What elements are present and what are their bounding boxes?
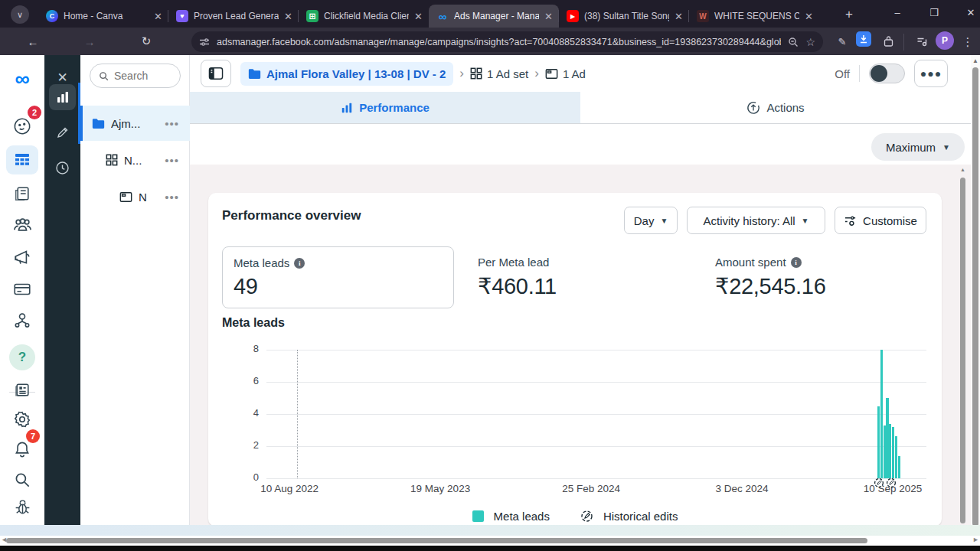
horizontal-scrollbar[interactable]: ◄ ► <box>0 536 980 546</box>
item-menu-icon[interactable]: ••• <box>165 117 179 130</box>
notifications-bell-icon[interactable]: 7 <box>6 435 38 464</box>
back-button[interactable]: ← <box>21 31 44 52</box>
browser-tab[interactable]: WWHITE SEQUENS CUTDAN✕ <box>689 5 819 28</box>
breadcrumb-campaign[interactable]: Ajmal Flora Valley | 13-08 | DV - 2 <box>240 62 453 86</box>
sheets-icon: ⊞ <box>306 10 318 22</box>
tab-title: Proven Lead Generation S <box>194 11 279 21</box>
panel-search[interactable] <box>90 64 181 88</box>
page-scrollbar[interactable]: ▲ <box>971 55 980 536</box>
close-window-button[interactable]: ✕ <box>954 0 980 24</box>
day-dropdown[interactable]: Day ▼ <box>624 207 678 234</box>
tab-close-icon[interactable]: ✕ <box>544 11 553 22</box>
meta-leads-bar[interactable] <box>895 436 897 478</box>
tab-search-chevron-icon[interactable]: ∨ <box>11 5 29 24</box>
collapse-sidebar-button[interactable] <box>201 60 231 87</box>
meta-leads-bar[interactable] <box>898 456 900 478</box>
breadcrumb-adset[interactable]: 1 Ad set <box>470 67 528 80</box>
search-input[interactable] <box>114 70 168 82</box>
extensions-icon[interactable] <box>879 31 897 52</box>
activity-history-dropdown[interactable]: Activity history: All ▼ <box>687 207 825 234</box>
metric-meta-leads[interactable]: Meta leads i 49 <box>222 246 454 308</box>
scrollbar-thumb[interactable] <box>6 538 867 543</box>
info-icon[interactable]: i <box>791 257 802 268</box>
campaigns-nav-icon[interactable] <box>6 145 38 174</box>
tools-rail: ✕ <box>44 55 80 525</box>
business-settings-icon[interactable] <box>6 306 38 335</box>
meta-leads-bar[interactable] <box>877 406 880 479</box>
more-options-button[interactable]: ●●● <box>914 60 948 87</box>
campaign-tree-item[interactable]: N...••• <box>80 142 190 178</box>
tab-close-icon[interactable]: ✕ <box>805 11 813 22</box>
breadcrumb-ad[interactable]: 1 Ad <box>545 67 586 80</box>
download-icon[interactable] <box>856 31 871 47</box>
grammar-extension-icon[interactable]: ✎ <box>833 31 851 52</box>
forward-button[interactable]: → <box>78 31 101 52</box>
tab-performance[interactable]: Performance <box>190 92 580 123</box>
browser-tab[interactable]: ∞Ads Manager - Manage ad✕ <box>429 5 559 28</box>
browser-tab[interactable]: ♥Proven Lead Generation S✕ <box>168 5 299 28</box>
info-icon[interactable]: i <box>294 258 305 269</box>
profile-avatar[interactable]: P <box>936 31 954 50</box>
scroll-up-arrow[interactable]: ▲ <box>959 167 966 172</box>
new-tab-button[interactable]: + <box>841 6 858 23</box>
meta-logo[interactable]: ∞ <box>6 64 38 93</box>
campaign-toggle[interactable] <box>869 64 905 83</box>
historical-edit-marker[interactable] <box>874 478 884 488</box>
audiences-icon[interactable] <box>6 210 38 239</box>
tabs-holder: CHome - Canva✕♥Proven Lead Generation S✕… <box>38 5 819 28</box>
scrollbar-thumb[interactable] <box>972 67 978 527</box>
browser-tab[interactable]: ▶(38) Sultan Title Song | Sal✕ <box>559 5 689 28</box>
tab-actions-label: Actions <box>766 101 804 114</box>
search-nav-icon[interactable] <box>6 465 38 494</box>
site-settings-icon[interactable] <box>199 37 210 47</box>
metric-per-meta-lead[interactable]: Per Meta lead ₹460.11 <box>467 246 567 308</box>
tab-close-icon[interactable]: ✕ <box>675 11 683 22</box>
tab-close-icon[interactable]: ✕ <box>154 11 162 22</box>
charts-tool-icon[interactable] <box>49 84 76 110</box>
meta-leads-bar[interactable] <box>892 427 894 478</box>
edit-pencil-icon[interactable] <box>49 119 76 145</box>
gridline <box>266 350 926 350</box>
url-text[interactable]: adsmanager.facebook.com/adsmanager/manag… <box>217 37 781 47</box>
address-bar[interactable]: adsmanager.facebook.com/adsmanager/manag… <box>191 31 823 52</box>
breadcrumb: Ajmal Flora Valley | 13-08 | DV - 2 › 1 … <box>240 55 586 92</box>
pages-icon[interactable] <box>6 179 38 208</box>
ad-account-icon[interactable]: 2 <box>6 112 38 141</box>
maximum-dropdown[interactable]: Maximum ▼ <box>871 133 965 161</box>
zoom-page-icon[interactable] <box>788 37 799 47</box>
tab-close-icon[interactable]: ✕ <box>284 11 292 22</box>
historical-edit-marker[interactable] <box>886 478 897 488</box>
scroll-up-arrow[interactable]: ▲ <box>971 57 980 64</box>
scroll-right-arrow[interactable]: ► <box>972 536 979 543</box>
meta-leads-bar[interactable] <box>880 350 883 478</box>
tab-actions[interactable]: Actions <box>580 92 971 123</box>
help-button[interactable]: ? <box>6 343 38 372</box>
report-bug-icon[interactable] <box>6 493 38 522</box>
scrollbar-thumb[interactable] <box>960 178 965 523</box>
item-menu-icon[interactable]: ••• <box>165 154 179 167</box>
content-scrollbar[interactable]: ▲ <box>959 167 966 525</box>
metric-amount-spent[interactable]: Amount spent i ₹22,545.16 <box>704 246 836 308</box>
history-clock-icon[interactable] <box>49 155 76 181</box>
campaign-tree-item[interactable]: N••• <box>80 179 190 214</box>
minimize-button[interactable]: – <box>880 0 914 24</box>
reload-button[interactable]: ↻ <box>135 31 158 52</box>
billing-icon[interactable] <box>6 275 38 304</box>
meta-leads-bar[interactable] <box>886 398 888 478</box>
browser-tab[interactable]: ⊞Clickfield Media Clients - G✕ <box>299 5 429 28</box>
ads-reporting-icon[interactable] <box>6 243 38 272</box>
customise-button[interactable]: Customise <box>835 207 926 234</box>
browser-tab[interactable]: CHome - Canva✕ <box>38 5 168 28</box>
item-menu-icon[interactable]: ••• <box>165 191 179 204</box>
campaign-tree-item[interactable]: Ajm...••• <box>80 106 190 141</box>
tab-close-icon[interactable]: ✕ <box>414 11 423 22</box>
whats-new-icon[interactable] <box>6 375 38 404</box>
bookmark-star-icon[interactable]: ☆ <box>805 36 815 48</box>
meta-leads-bar[interactable] <box>884 425 886 478</box>
media-controls-icon[interactable] <box>913 31 931 52</box>
header-right-controls: Off ●●● <box>835 55 948 92</box>
meta-leads-bar[interactable] <box>889 424 891 478</box>
maximum-label: Maximum <box>886 141 936 154</box>
browser-menu-icon[interactable]: ⋮ <box>960 31 975 52</box>
restore-button[interactable]: ❒ <box>917 0 951 24</box>
